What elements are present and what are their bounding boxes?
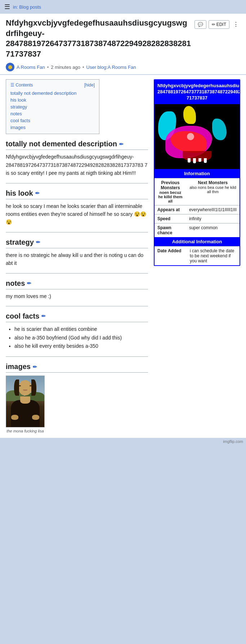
prev-monsters-cell: Previous Monsters noen becuz he killd th… bbox=[155, 178, 186, 205]
breadcrumb[interactable]: in: Blog posts bbox=[13, 4, 41, 10]
section-heading-cool-facts: cool facts ✏ bbox=[6, 312, 148, 322]
toc-item-4[interactable]: notes bbox=[10, 110, 95, 117]
discuss-button[interactable]: 💬 bbox=[194, 20, 206, 29]
appears-at-row: Appears at everywhereIII1I1I1IIIII1III bbox=[155, 205, 240, 214]
title-row: Nfdyhgxvcbjyvgfedegefhusaauhsdiusgcyugsw… bbox=[6, 18, 240, 59]
image-thumb-wrapper: the mona fucking lisa bbox=[6, 376, 45, 433]
sidebar-title: Nfdyhgxvcbjyvgfedegerhusaauhsdiusgcyugsw… bbox=[155, 80, 240, 104]
monster-image bbox=[155, 104, 240, 169]
speed-value: infinity bbox=[186, 214, 240, 223]
info-header: Information bbox=[155, 169, 240, 178]
image-caption: the mona fucking lisa bbox=[6, 429, 45, 433]
edit-images-icon[interactable]: ✏ bbox=[33, 364, 37, 370]
next-monsters-cell: Next Monsters also nons bea cuse he kild… bbox=[186, 178, 240, 205]
date-label: Date Added bbox=[155, 247, 187, 266]
toc-box: ☰ Contents [hide] totally not demented d… bbox=[6, 79, 99, 134]
additional-info-table: Date Added i can schedule the date to be… bbox=[155, 246, 240, 265]
desc-text: Nfdyhgxvcbjyvgfedegefhusaauhsdiusgcyugsw… bbox=[6, 153, 148, 177]
toc-item-3[interactable]: strategy bbox=[10, 103, 95, 110]
cool-facts-list: he is scarier than all entities combine … bbox=[6, 325, 148, 351]
speed-row: Speed infinity bbox=[155, 214, 240, 223]
edit-strategy-icon[interactable]: ✏ bbox=[36, 239, 40, 245]
section-heading-notes: notes ✏ bbox=[6, 279, 148, 289]
spawn-row: Spawn chance super common bbox=[155, 223, 240, 237]
more-button[interactable]: ⋮ bbox=[232, 19, 240, 29]
prev-next-row: Previous Monsters noen becuz he killd th… bbox=[155, 178, 240, 205]
page-header: Nfdyhgxvcbjyvgfedegefhusaauhsdiusgcyugsw… bbox=[0, 14, 246, 74]
toc-item-2[interactable]: his look bbox=[10, 97, 95, 103]
page-title: Nfdyhgxvcbjyvgfedegefhusaauhsdiusgcyugsw… bbox=[6, 18, 192, 59]
timestamp: 2 minutes ago bbox=[51, 65, 80, 70]
toc-item-6[interactable]: images bbox=[10, 124, 95, 131]
cool-fact-2: also he a-350 boyfriend (God why did I a… bbox=[14, 334, 148, 342]
author-row: 🙂 A Rooms Fan • 2 minutes ago • User blo… bbox=[6, 63, 240, 71]
info-table: Previous Monsters noen becuz he killd th… bbox=[155, 178, 240, 237]
toc-header: ☰ Contents [hide] bbox=[10, 83, 95, 88]
hamburger-icon[interactable]: ☰ bbox=[4, 3, 10, 11]
spawn-value: super common bbox=[186, 223, 240, 237]
notes-text: my mom loves me :) bbox=[6, 292, 148, 300]
toc-item-1[interactable]: totally not demented description bbox=[10, 90, 95, 97]
additional-info-header: Additional Information bbox=[155, 237, 240, 246]
date-added-row: Date Added i can schedule the date to be… bbox=[155, 247, 240, 266]
cool-fact-1: he is scarier than all entities combine bbox=[14, 325, 148, 334]
toc-list: totally not demented description his loo… bbox=[10, 90, 95, 131]
top-bar: ☰ in: Blog posts bbox=[0, 0, 246, 14]
author-name[interactable]: A Rooms Fan bbox=[17, 65, 45, 70]
edit-notes-icon[interactable]: ✏ bbox=[27, 280, 31, 286]
content-layout: ☰ Contents [hide] totally not demented d… bbox=[6, 79, 240, 434]
appears-label: Appears at bbox=[155, 205, 186, 214]
edit-desc-icon[interactable]: ✏ bbox=[119, 141, 124, 147]
toc-title: ☰ Contents bbox=[10, 83, 33, 88]
page-content: ☰ Contents [hide] totally not demented d… bbox=[0, 75, 246, 438]
section-heading-images: images ✏ bbox=[6, 363, 148, 373]
speed-label: Speed bbox=[155, 214, 186, 223]
mona-lisa-image bbox=[6, 376, 45, 427]
date-value: i can schedule the date to be next weeke… bbox=[187, 247, 240, 266]
edit-look-icon[interactable]: ✏ bbox=[35, 190, 40, 196]
main-content: ☰ Contents [hide] totally not demented d… bbox=[6, 79, 148, 434]
cool-fact-3: also he kill every entity besides a-350 bbox=[14, 342, 148, 351]
image-section: the mona fucking lisa bbox=[6, 376, 148, 434]
strategy-text: there is no strategic he alway kill u an… bbox=[6, 251, 148, 267]
spawn-label: Spawn chance bbox=[155, 223, 186, 237]
toc-item-5[interactable]: cool facts bbox=[10, 117, 95, 124]
user-blog-link[interactable]: User blog:A Rooms Fan bbox=[86, 65, 136, 70]
look-text: he look so scary I mean he looks scarier… bbox=[6, 202, 148, 226]
section-heading-look: his look ✏ bbox=[6, 189, 148, 199]
section-heading-desc: totally not demented description ✏ bbox=[6, 140, 148, 150]
edit-cool-facts-icon[interactable]: ✏ bbox=[41, 313, 46, 319]
imgflip-credit: imgflip.com bbox=[0, 438, 246, 445]
edit-button[interactable]: ✏ EDIT bbox=[209, 20, 229, 29]
title-actions: 💬 ✏ EDIT ⋮ bbox=[194, 19, 240, 29]
section-heading-strategy: strategy ✏ bbox=[6, 238, 148, 248]
toc-hide[interactable]: [hide] bbox=[84, 83, 95, 88]
appears-value: everywhereIII1I1I1IIIII1III bbox=[186, 205, 240, 214]
avatar: 🙂 bbox=[6, 63, 14, 71]
sidebar-card: Nfdyhgxvcbjyvgfedegerhusaauhsdiusgcyugsw… bbox=[154, 79, 240, 266]
